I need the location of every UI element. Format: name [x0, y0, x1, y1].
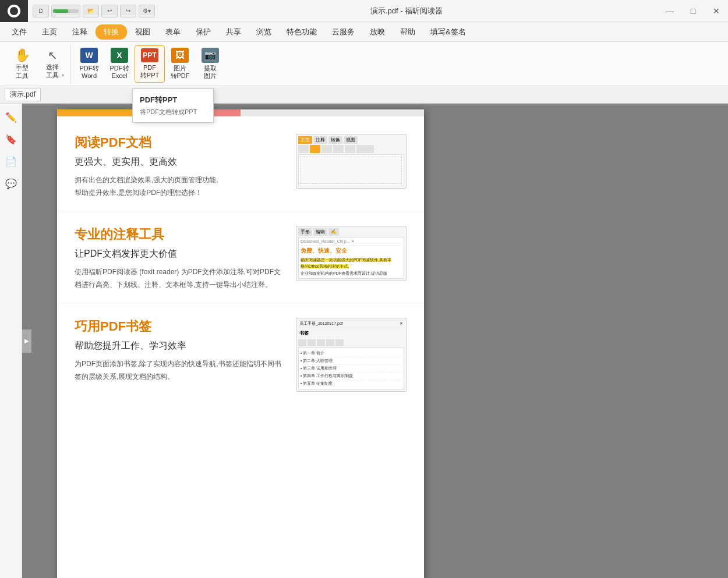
menu-home[interactable]: 主页: [35, 24, 64, 40]
new-btn[interactable]: 🗋: [33, 5, 49, 17]
menu-bar: 文件 主页 注释 转换 视图 表单 保护 共享 浏览 特色功能 云服务 放映 帮…: [0, 22, 728, 42]
select-tool-btn[interactable]: ↖ 选择工具 ▾: [37, 45, 68, 83]
sidebar-edit-icon[interactable]: ✏️: [2, 108, 20, 126]
pdf-word-label: PDF转Word: [80, 65, 99, 80]
pdf-read-body: 拥有出色的文档渲染效果,强大的页面管理功能,帮助提升效率,是您阅读PDF的理想选…: [75, 174, 284, 199]
tooltip-desc: 将PDF文档转成PPT: [133, 107, 213, 120]
main-area: ✏️ 🔖 📄 💬 ▶ 阅读PDF文档 更强大、更实用、更高效 拥有出色的文档渲染…: [0, 104, 728, 578]
tool-group-basic: ✋ 手型工具 ↖ 选择工具 ▾: [5, 44, 70, 84]
annotate-mini-window: 手形 编辑 ✍ Datasheet_Reader_Chi.p... ✕ 免费、快…: [296, 226, 407, 281]
hand-tool-btn[interactable]: ✋ 手型工具: [7, 45, 37, 83]
pdf-section-bookmark-text: 巧用PDF书签 帮助您提升工作、学习效率 为PDF页面添加书签,除了实现内容的快…: [75, 318, 284, 383]
title-bar-controls: 🗋 📂 ↩ ↪ ⚙▾: [33, 5, 155, 17]
pdf-bookmark-body: 为PDF页面添加书签,除了实现内容的快速导航,书签还能指明不同书签的层级关系,展…: [75, 358, 284, 383]
highlight-span2: 格的Office风格的浏览卡式,: [301, 264, 349, 268]
pdf-bookmark-title: 巧用PDF书签: [75, 318, 284, 335]
sidebar-pages-icon[interactable]: 📄: [2, 153, 20, 170]
pdf-page: 阅读PDF文档 更强大、更实用、更高效 拥有出色的文档渲染效果,强大的页面管理功…: [57, 109, 424, 578]
menu-annotate[interactable]: 注释: [65, 24, 94, 40]
pdf-section-annotate: 专业的注释工具 让PDF文档发挥更大价值 使用福昕PDF阅读器 (foxit r…: [57, 211, 424, 303]
left-sidebar: ✏️ 🔖 📄 💬: [0, 104, 22, 578]
img-pdf-label: 图片转PDF: [171, 65, 190, 80]
highlight-span: 福昕阅读器是一款功能强大的PDF阅读软件,具有丰: [301, 258, 391, 262]
img-to-pdf-btn[interactable]: 🖼 图片转PDF: [165, 45, 195, 83]
collapse-panel-btn[interactable]: ▶: [22, 329, 31, 353]
pdf-annotate-title: 专业的注释工具: [75, 226, 284, 243]
bookmark-item-4: ▪ 第四章 工作行程与离职制度: [301, 373, 402, 380]
pdf-read-title: 阅读PDF文档: [75, 134, 284, 151]
document-area: ▶ 阅读PDF文档 更强大、更实用、更高效 拥有出色的文档渲染效果,强大的页面管…: [22, 104, 728, 578]
select-tool-label: 选择工具: [46, 63, 59, 79]
bookmark-item-5: ▪ 第五章 征集制度: [301, 380, 402, 387]
pdf-color-bar: [57, 109, 424, 116]
menu-file[interactable]: 文件: [5, 24, 34, 40]
menu-help[interactable]: 帮助: [393, 24, 422, 40]
select-icon: ↖: [48, 48, 58, 62]
maximize-btn[interactable]: □: [681, 0, 705, 22]
menu-fillsign[interactable]: 填写&签名: [423, 24, 473, 40]
close-btn[interactable]: ✕: [705, 0, 728, 22]
color-light: [241, 109, 424, 116]
pdf-to-ppt-btn[interactable]: PPT PDF转PPT: [135, 45, 165, 83]
bookmark-list: ▪ 第一章 简介 ▪ 第二章 入职管理 ▪ 第三章 试用期管理 ▪ 第四章 工作…: [298, 347, 404, 389]
bookmark-mini-window: 员工手册_20120917.pdf✕ 书签 ▪ 第一章 简介 ▪: [296, 318, 407, 392]
mini-doc-area: [298, 154, 404, 186]
bookmark-item-1: ▪ 第一章 简介: [301, 350, 402, 357]
app-logo: [0, 0, 28, 22]
pdf-annotate-body: 使用福昕PDF阅读器 (foxit reader) 为PDF文件添加注释,可对P…: [75, 266, 284, 291]
read-mini-window: 主页 注释 转换 视图: [296, 134, 407, 189]
pdf-to-excel-btn[interactable]: X PDF转Excel: [104, 45, 135, 83]
pdf-section-bookmark: 巧用PDF书签 帮助您提升工作、学习效率 为PDF页面添加书签,除了实现内容的快…: [57, 303, 424, 403]
menu-browse[interactable]: 浏览: [249, 24, 278, 40]
menu-slideshow[interactable]: 放映: [363, 24, 392, 40]
menu-view[interactable]: 视图: [128, 24, 157, 40]
menu-convert[interactable]: 转换: [96, 24, 127, 40]
bookmark-item-2: ▪ 第二章 入职管理: [301, 357, 402, 365]
pdf-excel-icon: X: [111, 48, 128, 63]
pdf-section-read-text: 阅读PDF文档 更强大、更实用、更高效 拥有出色的文档渲染效果,强大的页面管理功…: [75, 134, 284, 199]
extract-img-btn[interactable]: 📷 提取图片: [195, 45, 225, 83]
window-controls: — □ ✕: [658, 0, 728, 22]
redo-btn[interactable]: ↪: [120, 5, 136, 17]
tooltip-title: PDF转PPT: [133, 91, 213, 107]
window-title: 演示.pdf - 福昕阅读器: [155, 6, 658, 16]
hand-tool-label: 手型工具: [16, 64, 29, 79]
progress-bar: [51, 5, 80, 17]
extract-label: 提取图片: [204, 65, 217, 80]
menu-forms[interactable]: 表单: [158, 24, 188, 40]
mini-toolbar: [298, 145, 404, 153]
menu-cloud[interactable]: 云服务: [325, 24, 362, 40]
pdf-ppt-icon: PPT: [141, 48, 158, 63]
pdf-excel-label: PDF转Excel: [110, 65, 129, 80]
pdf-section-annotate-text: 专业的注释工具 让PDF文档发挥更大价值 使用福昕PDF阅读器 (foxit r…: [75, 226, 284, 291]
menu-features[interactable]: 特色功能: [280, 24, 324, 40]
path-bar: 演示.pdf: [0, 86, 728, 104]
annotate-free-label: 免费、快速、安全: [301, 247, 402, 255]
logo-inner: [10, 7, 18, 15]
toolbar: ✋ 手型工具 ↖ 选择工具 ▾ W PDF转Word X PDF转Excel P…: [0, 42, 728, 86]
menu-protect[interactable]: 保护: [189, 24, 218, 40]
pdf-annotate-subtitle: 让PDF文档发挥更大价值: [75, 248, 284, 260]
extract-icon: 📷: [202, 48, 219, 63]
undo-btn[interactable]: ↩: [101, 5, 118, 17]
pdf-word-icon: W: [80, 48, 98, 63]
open-btn[interactable]: 📂: [83, 5, 99, 17]
hand-icon: ✋: [15, 48, 30, 63]
pdf-ppt-label: PDF转PPT: [140, 64, 159, 79]
logo-circle: [8, 5, 20, 17]
pdf-section-read: 阅读PDF文档 更强大、更实用、更高效 拥有出色的文档渲染效果,强大的页面管理功…: [57, 116, 424, 211]
annotate-doc-content: Datasheet_Reader_Chi.p... ✕ 免费、快速、安全 福昕阅…: [298, 237, 404, 279]
title-bar: 🗋 📂 ↩ ↪ ⚙▾ 演示.pdf - 福昕阅读器 — □ ✕: [0, 0, 728, 22]
minimize-btn[interactable]: —: [658, 0, 681, 22]
pdf-read-subtitle: 更强大、更实用、更高效: [75, 156, 284, 168]
img-pdf-icon: 🖼: [171, 48, 189, 63]
menu-share[interactable]: 共享: [219, 24, 248, 40]
annotate-mini-tabs: 手形 编辑 ✍: [298, 228, 404, 236]
sidebar-comment-icon[interactable]: 💬: [2, 175, 20, 192]
ppt-tooltip: PDF转PPT 将PDF文档转成PPT: [132, 88, 214, 123]
sidebar-bookmark-icon[interactable]: 🔖: [2, 130, 20, 148]
bookmark-section-title: 书签: [298, 329, 404, 338]
pdf-to-word-btn[interactable]: W PDF转Word: [74, 45, 104, 83]
customize-btn[interactable]: ⚙▾: [139, 5, 155, 17]
pdf-bookmark-subtitle: 帮助您提升工作、学习效率: [75, 340, 284, 352]
